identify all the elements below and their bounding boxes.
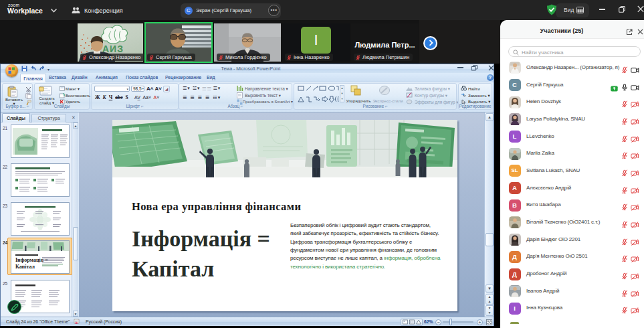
svg-text:Капітал: Капітал	[15, 264, 35, 270]
